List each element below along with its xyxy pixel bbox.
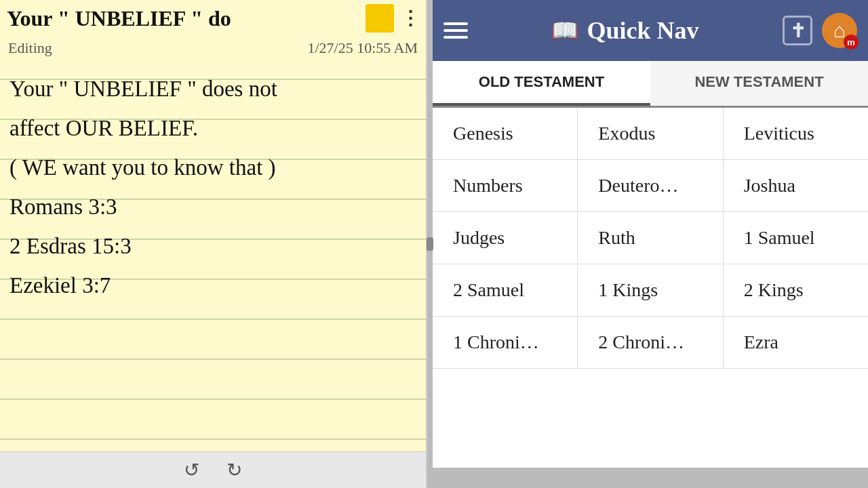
undo-button[interactable]: ↺: [184, 459, 199, 481]
book-cell[interactable]: Deutero…: [578, 160, 723, 211]
bottom-bar: [433, 468, 868, 488]
panel-divider: [427, 0, 433, 488]
book-cell[interactable]: Leviticus: [724, 108, 868, 159]
top-actions: ⋮: [366, 4, 419, 33]
books-row: JudgesRuth1 Samuel: [433, 212, 868, 264]
nav-header: 📖 Quick Nav ✝ ⌂ m: [433, 0, 868, 61]
book-cell[interactable]: 1 Kings: [578, 264, 723, 316]
book-cell[interactable]: 2 Samuel: [433, 264, 578, 316]
tab-new-testament[interactable]: NEW TESTAMENT: [650, 61, 868, 106]
divider-handle: [427, 237, 433, 251]
editing-label: Editing: [8, 39, 52, 57]
yellow-square-button[interactable]: [366, 4, 394, 33]
book-cell[interactable]: Judges: [433, 212, 578, 264]
tab-old-testament[interactable]: OLD TESTAMENT: [433, 61, 650, 106]
hamburger-menu-button[interactable]: [443, 22, 468, 39]
books-row: 2 Samuel1 Kings2 Kings: [433, 264, 868, 317]
home-button[interactable]: ⌂ m: [822, 13, 857, 48]
books-grid: GenesisExodusLeviticusNumbersDeutero…Jos…: [433, 108, 868, 468]
quick-nav-title: Quick Nav: [587, 16, 698, 45]
left-panel: Your " UNBELIEF " do ⋮ Editing 1/27/25 1…: [0, 0, 427, 488]
editing-bar: Editing 1/27/25 10:55 AM: [0, 37, 426, 62]
books-row: NumbersDeutero…Joshua: [433, 160, 868, 212]
book-cell[interactable]: 1 Samuel: [724, 212, 868, 264]
book-icon: 📖: [551, 18, 578, 43]
note-title: Your " UNBELIEF " do: [7, 6, 231, 31]
book-cell[interactable]: Ruth: [578, 212, 723, 264]
note-line: 2 Esdras 15:3: [9, 226, 416, 266]
book-cell[interactable]: Ezra: [724, 317, 868, 368]
book-cell[interactable]: 1 Chroni…: [433, 317, 578, 368]
note-line: Your " UNBELIEF " does not: [9, 69, 416, 108]
book-cell[interactable]: Numbers: [433, 160, 578, 211]
note-line: Ezekiel 3:7: [9, 266, 416, 305]
cross-icon-button[interactable]: ✝: [783, 16, 812, 45]
bottom-toolbar: ↺ ↻: [0, 451, 426, 488]
top-bar: Your " UNBELIEF " do ⋮: [0, 0, 426, 37]
header-title-group: 📖 Quick Nav: [551, 16, 698, 45]
redo-button[interactable]: ↻: [226, 459, 242, 481]
cross-symbol: ✝: [790, 20, 806, 42]
book-cell[interactable]: Genesis: [433, 108, 578, 159]
right-panel: 📖 Quick Nav ✝ ⌂ m OLD TESTAMENT NEW TEST…: [433, 0, 868, 488]
note-content[interactable]: Your " UNBELIEF " does notaffect OUR BEL…: [0, 62, 426, 451]
note-line: ( WE want you to know that ): [9, 148, 416, 187]
book-cell[interactable]: Exodus: [578, 108, 723, 159]
timestamp: 1/27/25 10:55 AM: [307, 39, 418, 57]
dots-menu-button[interactable]: ⋮: [401, 9, 419, 28]
book-cell[interactable]: Joshua: [724, 160, 868, 211]
testament-tabs: OLD TESTAMENT NEW TESTAMENT: [433, 61, 868, 108]
note-line: affect OUR BELIEF.: [9, 108, 416, 148]
header-right-actions: ✝ ⌂ m: [783, 13, 857, 48]
note-line: Romans 3:3: [9, 187, 416, 226]
book-cell[interactable]: 2 Kings: [724, 264, 868, 316]
books-row: 1 Chroni…2 Chroni…Ezra: [433, 317, 868, 369]
m-badge: m: [844, 35, 859, 49]
book-cell[interactable]: 2 Chroni…: [578, 317, 723, 368]
books-row: GenesisExodusLeviticus: [433, 108, 868, 160]
